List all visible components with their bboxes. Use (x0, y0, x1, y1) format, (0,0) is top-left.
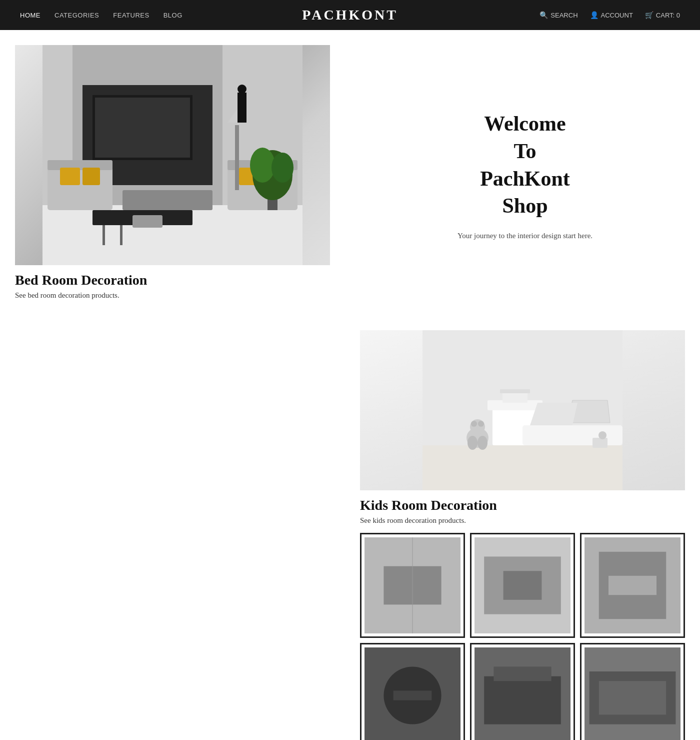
kids-room-section: Kids Room Decoration See kids room decor… (350, 320, 700, 740)
svg-rect-33 (500, 389, 530, 393)
gallery-image-5 (474, 647, 570, 740)
svg-rect-54 (608, 576, 656, 595)
bottom-section: Guest Room Decoration Lorem ipsum dolor … (0, 320, 700, 740)
svg-point-22 (238, 85, 246, 94)
svg-rect-60 (494, 666, 551, 681)
account-icon: 👤 (590, 11, 598, 19)
svg-rect-51 (504, 571, 542, 600)
gallery-image-3 (584, 537, 680, 633)
svg-rect-25 (120, 225, 122, 245)
kids-room-title: Kids Room Decoration (360, 497, 685, 513)
svg-rect-8 (48, 160, 112, 170)
nav-blog[interactable]: BLOG (164, 12, 182, 19)
bedroom-image (15, 45, 330, 265)
gallery-frame-6[interactable] (580, 643, 685, 740)
search-link[interactable]: 🔍 SEARCH (540, 11, 578, 19)
bedroom-title: Bed Room Decoration (15, 272, 330, 288)
gallery-frame-1[interactable] (360, 533, 465, 638)
gallery-frame-4[interactable] (360, 643, 465, 740)
svg-rect-63 (599, 681, 666, 714)
account-link[interactable]: 👤 ACCOUNT (590, 11, 633, 19)
gallery-image-6 (584, 647, 680, 740)
svg-point-43 (478, 436, 488, 450)
nav-home[interactable]: HOME (20, 12, 40, 19)
svg-rect-6 (95, 98, 190, 158)
kids-room-description: See kids room decoration products. (360, 516, 685, 525)
svg-marker-37 (530, 403, 578, 425)
svg-point-42 (468, 436, 478, 450)
page-wrapper: Bed Room Decoration See bed room decorat… (0, 30, 700, 740)
svg-rect-28 (422, 445, 622, 490)
cart-icon: 🛒 (645, 11, 654, 19)
kids-room-illustration (360, 330, 685, 490)
bedroom-section: Bed Room Decoration See bed room decorat… (0, 30, 350, 320)
top-section: Bed Room Decoration See bed room decorat… (0, 30, 700, 320)
svg-rect-19 (235, 125, 239, 190)
living-room-illustration (15, 45, 330, 265)
brand-logo[interactable]: PACHKONT (302, 7, 398, 23)
gallery-image-1 (364, 537, 460, 633)
kids-room-image (360, 330, 685, 490)
welcome-subtext: Your journey to the interior design star… (458, 232, 592, 240)
svg-rect-57 (394, 690, 432, 700)
svg-point-17 (272, 153, 294, 183)
navigation: HOME CATEGORIES FEATURES BLOG PACHKONT 🔍… (0, 0, 700, 30)
svg-rect-21 (238, 93, 246, 123)
gallery-frame-5[interactable] (470, 643, 575, 740)
gallery-image-4 (364, 647, 460, 740)
svg-rect-18 (122, 190, 212, 210)
gallery-image-2 (474, 537, 570, 633)
cart-link[interactable]: 🛒 CART: 0 (645, 11, 680, 19)
svg-rect-11 (60, 168, 80, 185)
svg-point-41 (478, 421, 484, 427)
welcome-heading: WelcomeToPachKontShop (480, 110, 570, 219)
svg-rect-26 (132, 215, 162, 228)
guest-room-section: Guest Room Decoration Lorem ipsum dolor … (0, 320, 350, 740)
nav-actions: 🔍 SEARCH 👤 ACCOUNT 🛒 CART: 0 (540, 11, 680, 19)
nav-features[interactable]: FEATURES (113, 12, 149, 19)
bedroom-description: See bed room decoration products. (15, 291, 330, 300)
svg-rect-44 (592, 438, 608, 448)
svg-point-45 (598, 431, 606, 439)
svg-point-16 (250, 148, 275, 183)
gallery-frame-3[interactable] (580, 533, 685, 638)
nav-categories[interactable]: CATEGORIES (54, 12, 99, 19)
svg-point-40 (471, 421, 477, 427)
gallery-grid (360, 533, 685, 740)
svg-rect-12 (82, 168, 100, 185)
svg-rect-59 (484, 676, 561, 724)
svg-rect-24 (102, 225, 105, 245)
nav-links: HOME CATEGORIES FEATURES BLOG (20, 12, 182, 19)
search-icon: 🔍 (540, 11, 548, 19)
gallery-frame-2[interactable] (470, 533, 575, 638)
welcome-section: WelcomeToPachKontShop Your journey to th… (350, 30, 700, 320)
